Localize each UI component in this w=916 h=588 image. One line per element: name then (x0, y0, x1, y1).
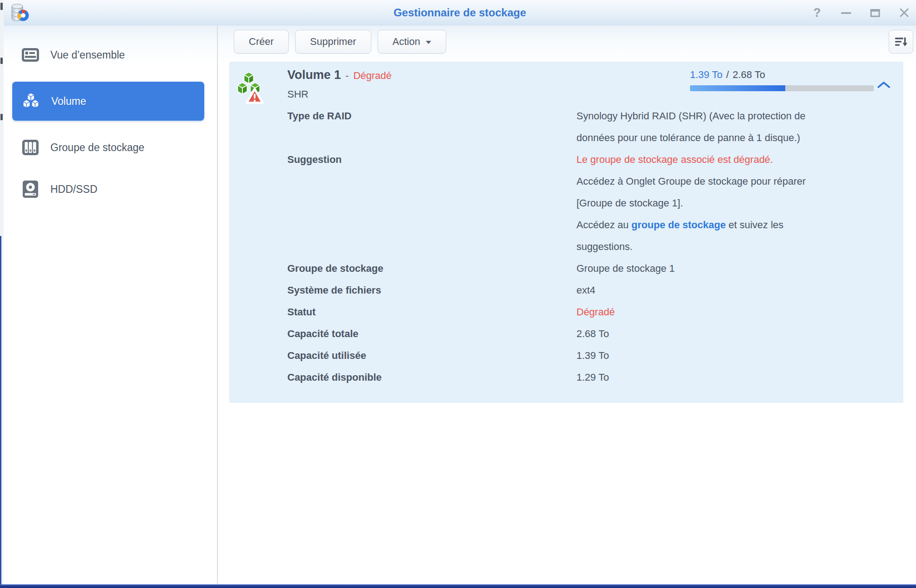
detail-row: SuggestionLe groupe de stockage associé … (287, 149, 894, 258)
total-capacity: 2.68 To (733, 69, 765, 81)
minimize-button[interactable] (841, 7, 852, 18)
detail-value: Synology Hybrid RAID (SHR) (Avec la prot… (576, 105, 894, 149)
detail-row: Capacité utilisée1.39 To (287, 345, 894, 367)
cubes-icon (20, 91, 41, 112)
volume-details: Type de RAIDSynology Hybrid RAID (SHR) (… (229, 105, 894, 388)
usage-progressbar (690, 85, 874, 91)
detail-value: 1.29 To (576, 367, 894, 388)
usage-block: 1.39 To / 2.68 To (690, 69, 874, 91)
sidebar-item-volume[interactable]: Volume (12, 82, 204, 121)
window-controls: ? (812, 0, 910, 25)
detail-row: Type de RAIDSynology Hybrid RAID (SHR) (… (287, 105, 894, 149)
storage-pool-link[interactable]: groupe de stockage (631, 219, 726, 230)
close-icon (899, 8, 909, 18)
detail-value-line: [Groupe de stockage 1]. (576, 192, 894, 214)
maximize-button[interactable] (870, 7, 881, 18)
sidebar-item-label: Groupe de stockage (50, 142, 144, 154)
detail-label: Système de fichiers (287, 279, 576, 301)
action-button-label: Action (393, 36, 420, 48)
sidebar-item-label: Volume (51, 95, 86, 108)
sidebar-item-hdd-ssd[interactable]: HDD/SSD (12, 174, 204, 204)
detail-value-line: ext4 (576, 279, 894, 301)
screen: Gestionnaire de stockage ? (0, 0, 916, 588)
detail-value-line: 1.29 To (576, 367, 894, 388)
detail-value-line: Synology Hybrid RAID (SHR) (Avec la prot… (576, 105, 894, 127)
detail-label: Suggestion (287, 149, 576, 258)
detail-row: Système de fichiersext4 (287, 279, 894, 301)
detail-label: Capacité disponible (287, 367, 576, 388)
detail-label: Capacité utilisée (287, 345, 576, 367)
detail-label: Capacité totale (287, 323, 576, 345)
toolbar: Créer Supprimer Action (218, 25, 916, 62)
volume-status: Dégradé (353, 70, 391, 82)
detail-row: Groupe de stockageGroupe de stockage 1 (287, 258, 894, 279)
used-capacity: 1.39 To (690, 69, 723, 81)
detail-value: ext4 (576, 279, 894, 301)
detail-row: Capacité disponible1.29 To (287, 367, 894, 388)
detail-value-line: 1.39 To (576, 345, 894, 367)
detail-value-line: données pour une tolérance de panne à 1 … (576, 127, 894, 149)
desktop-edge-bottom (0, 584, 916, 588)
volume-raid-type: SHR (287, 88, 392, 100)
detail-value-line: 2.68 To (576, 323, 894, 345)
main-panel: Créer Supprimer Action (218, 25, 916, 584)
delete-button-label: Supprimer (310, 36, 356, 48)
dropdown-caret-icon (426, 41, 431, 44)
detail-value: Groupe de stockage 1 (576, 258, 894, 279)
window-title: Gestionnaire de stockage (4, 0, 916, 25)
sidebar: Vue d’ensemble (4, 25, 217, 584)
alert-text: Dégradé (576, 306, 615, 318)
alert-text: Le groupe de stockage associé est dégrad… (576, 154, 773, 165)
detail-value: 2.68 To (576, 323, 894, 345)
storage-manager-window: Gestionnaire de stockage ? (4, 0, 916, 584)
detail-value-line: Le groupe de stockage associé est dégrad… (576, 149, 894, 171)
detail-value-line: Accédez à Onglet Groupe de stockage pour… (576, 171, 894, 192)
detail-value: 1.39 To (576, 345, 894, 367)
detail-label: Type de RAID (287, 105, 576, 149)
detail-value-line: suggestions. (576, 236, 894, 258)
titlebar: Gestionnaire de stockage ? (4, 0, 916, 25)
sidebar-item-overview[interactable]: Vue d’ensemble (12, 40, 204, 70)
detail-value-line: Accédez au groupe de stockage et suivez … (576, 214, 894, 236)
create-button-label: Créer (249, 36, 274, 48)
collapse-button[interactable] (875, 79, 892, 92)
disk-drive-icon (20, 179, 40, 199)
volume-degraded-icon (234, 70, 266, 105)
detail-row: Capacité totale2.68 To (287, 323, 894, 345)
usage-progressbar-fill (690, 85, 785, 91)
delete-button[interactable]: Supprimer (295, 30, 371, 54)
sidebar-item-label: Vue d’ensemble (50, 49, 125, 61)
sidebar-item-label: HDD/SSD (50, 183, 98, 196)
detail-value-line: Groupe de stockage 1 (576, 258, 894, 279)
capacity-separator: / (726, 69, 729, 81)
detail-value: Le groupe de stockage associé est dégrad… (576, 149, 894, 258)
sort-button[interactable] (889, 30, 913, 54)
create-button[interactable]: Créer (234, 30, 289, 54)
detail-label: Statut (287, 301, 576, 323)
chevron-up-icon (877, 81, 891, 89)
minimize-icon (841, 7, 852, 18)
detail-value: Dégradé (576, 301, 894, 323)
volume-panel: Volume 1 - Dégradé SHR 1.39 To / 2.68 To (229, 62, 903, 403)
sidebar-item-storage-pool[interactable]: Groupe de stockage (12, 132, 204, 162)
volume-title: Volume 1 (287, 68, 341, 82)
help-button[interactable]: ? (812, 7, 822, 18)
action-button[interactable]: Action (378, 30, 446, 54)
volume-title-separator: - (345, 70, 349, 82)
id-card-icon (20, 45, 40, 65)
volume-header: Volume 1 - Dégradé SHR (287, 68, 392, 100)
binders-icon (20, 137, 40, 157)
window-content: Vue d’ensemble (4, 25, 916, 584)
desktop-edge-line (0, 236, 1, 584)
detail-value-line: Dégradé (576, 301, 894, 323)
detail-label: Groupe de stockage (287, 258, 576, 279)
close-button[interactable] (899, 7, 910, 18)
sort-icon (895, 36, 907, 47)
maximize-icon (870, 9, 880, 17)
detail-row: StatutDégradé (287, 301, 894, 323)
